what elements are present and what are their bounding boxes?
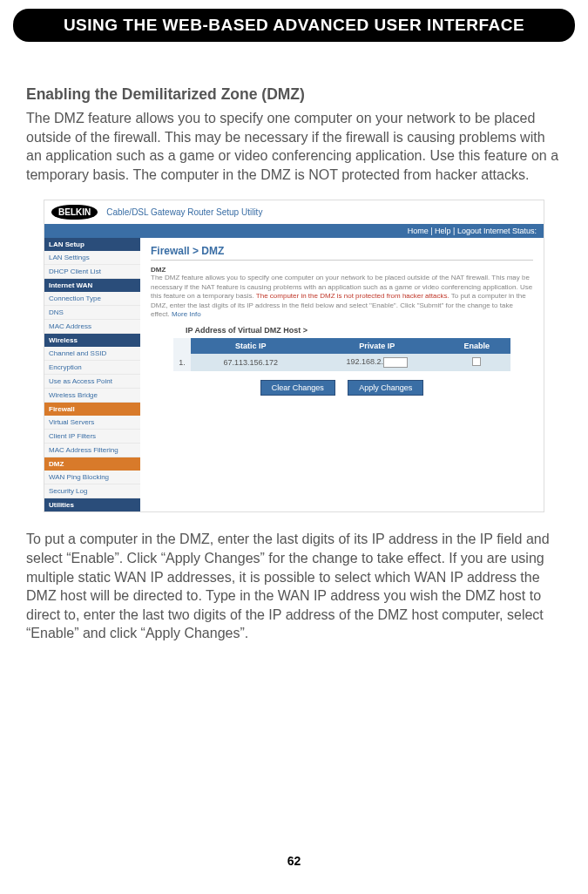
ss-topbar: BELKIN Cable/DSL Gateway Router Setup Ut… [44, 200, 544, 224]
breadcrumb: Firewall > DMZ [151, 245, 533, 261]
instructions-paragraph: To put a computer in the DMZ, enter the … [26, 530, 562, 643]
col-enable: Enable [443, 338, 510, 354]
ss-navbar: Home | Help | Logout Internet Status: [44, 224, 544, 238]
row-number: 1. [173, 354, 191, 371]
sidebar-cat-wan: Internet WAN [44, 279, 140, 292]
sidebar-item[interactable]: Virtual Servers [44, 416, 140, 430]
sidebar-item[interactable]: MAC Address Filtering [44, 444, 140, 457]
table-row: 1. 67.113.156.172 192.168.2. [173, 354, 510, 371]
sidebar-item[interactable]: Wireless Bridge [44, 389, 140, 403]
intro-paragraph: The DMZ feature allows you to specify on… [26, 109, 562, 184]
col-static-ip: Static IP [191, 338, 311, 354]
button-row: Clear Changes Apply Changes [151, 380, 533, 396]
sidebar-item[interactable]: Connection Type [44, 292, 140, 306]
sidebar-item[interactable]: Encryption [44, 361, 140, 375]
sidebar-cat-utilities: Utilities [44, 498, 140, 511]
enable-checkbox[interactable] [472, 357, 481, 366]
enable-cell [443, 354, 510, 371]
sidebar-item[interactable]: LAN Settings [44, 251, 140, 265]
col-blank [173, 338, 191, 354]
ss-body: LAN Setup LAN Settings DHCP Client List … [44, 238, 544, 511]
col-private-ip: Private IP [311, 338, 443, 354]
dmz-description: The DMZ feature allows you to specify on… [151, 274, 533, 319]
sidebar-item[interactable]: Use as Access Point [44, 375, 140, 389]
sidebar-cat-wireless: Wireless [44, 334, 140, 347]
private-ip-prefix: 192.168.2. [346, 358, 383, 367]
static-ip-cell: 67.113.156.172 [191, 354, 311, 371]
sidebar-item[interactable]: WAN Ping Blocking [44, 471, 140, 484]
sidebar-item[interactable]: Client IP Filters [44, 430, 140, 444]
ip-field-label: IP Address of Virtual DMZ Host > [186, 326, 533, 335]
apply-changes-button[interactable]: Apply Changes [348, 380, 423, 396]
ss-sidebar: LAN Setup LAN Settings DHCP Client List … [44, 238, 140, 511]
sidebar-cat-dmz: DMZ [44, 457, 140, 471]
page-content: Enabling the Demilitarized Zone (DMZ) Th… [0, 42, 588, 643]
desc-warning: The computer in the DMZ is not protected… [256, 292, 451, 300]
sidebar-item[interactable]: MAC Address [44, 320, 140, 334]
more-info-link[interactable]: More Info [172, 310, 201, 318]
utility-title: Cable/DSL Gateway Router Setup Utility [106, 207, 262, 217]
clear-changes-button[interactable]: Clear Changes [260, 380, 335, 396]
sidebar-item[interactable]: Channel and SSID [44, 347, 140, 361]
navbar-links[interactable]: Home | Help | Logout Internet Status: [408, 227, 537, 235]
sidebar-item[interactable]: DNS [44, 306, 140, 320]
private-ip-input[interactable] [383, 357, 408, 368]
sidebar-item[interactable]: Security Log [44, 484, 140, 498]
page-number: 62 [0, 854, 588, 868]
page-header-title: USING THE WEB-BASED ADVANCED USER INTERF… [64, 16, 524, 34]
sidebar-cat-lan: LAN Setup [44, 238, 140, 251]
dmz-table: Static IP Private IP Enable 1. 67.113.15… [173, 338, 510, 371]
sidebar-cat-firewall: Firewall [44, 403, 140, 416]
router-ui-screenshot: BELKIN Cable/DSL Gateway Router Setup Ut… [44, 200, 544, 512]
belkin-logo: BELKIN [51, 205, 98, 220]
sidebar-item[interactable]: DHCP Client List [44, 265, 140, 279]
private-ip-cell: 192.168.2. [311, 354, 443, 371]
ss-main: Firewall > DMZ DMZ The DMZ feature allow… [140, 238, 544, 511]
dmz-label: DMZ [151, 266, 533, 274]
page-header-bar: USING THE WEB-BASED ADVANCED USER INTERF… [13, 9, 575, 42]
table-header-row: Static IP Private IP Enable [173, 338, 510, 354]
section-subheading: Enabling the Demilitarized Zone (DMZ) [26, 85, 562, 104]
